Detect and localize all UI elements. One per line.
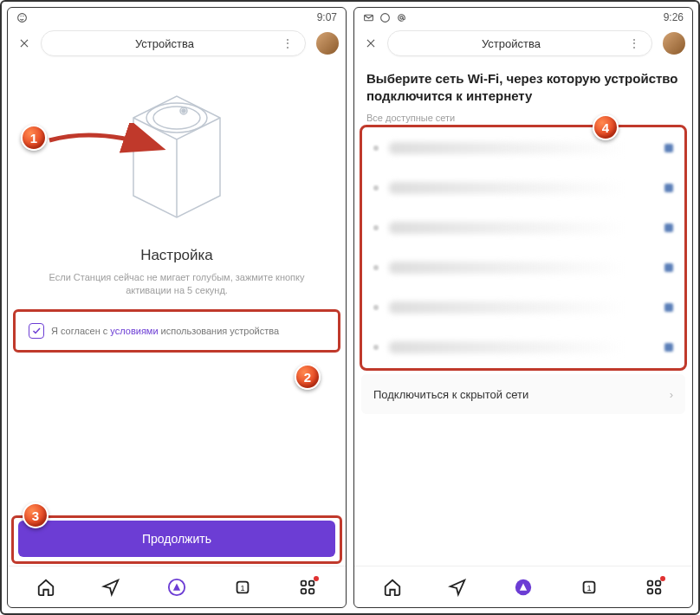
- wifi-network-item[interactable]: [361, 128, 685, 168]
- step-marker-4: 4: [593, 114, 619, 140]
- header-title-bar: Устройства ⋮: [41, 30, 306, 56]
- chevron-right-icon: ›: [670, 388, 673, 401]
- wifi-select-heading: Выберите сеть Wi-Fi, через которую устро…: [354, 62, 692, 109]
- phone-right: 9:26 Устройства ⋮ Выберите сеть Wi-Fi, ч…: [353, 7, 693, 608]
- step-marker-3: 3: [23, 502, 49, 528]
- svg-text:1: 1: [587, 583, 591, 592]
- whatsapp-icon: [379, 12, 391, 23]
- notification-dot-icon: [314, 576, 319, 581]
- step-marker-2: 2: [295, 364, 321, 390]
- svg-rect-21: [656, 588, 661, 593]
- lock-icon: [664, 343, 673, 352]
- bottom-nav: 1: [8, 566, 346, 607]
- send-icon[interactable]: [100, 577, 121, 598]
- svg-point-4: [182, 109, 185, 113]
- page-title: Устройства: [397, 37, 625, 50]
- svg-rect-8: [301, 580, 307, 586]
- close-icon[interactable]: [15, 34, 34, 53]
- page-title: Устройства: [50, 37, 279, 50]
- wifi-network-item[interactable]: [361, 168, 685, 208]
- svg-rect-19: [656, 580, 661, 586]
- svg-point-13: [381, 13, 390, 22]
- status-bar: 9:26: [354, 8, 692, 27]
- svg-rect-11: [309, 588, 314, 593]
- wifi-network-list: [361, 128, 685, 367]
- lock-icon: [664, 144, 673, 152]
- at-icon: [396, 12, 407, 23]
- svg-rect-9: [309, 580, 314, 586]
- home-icon[interactable]: [382, 577, 403, 598]
- setup-description: Если Станция сейчас не мигает голубым, з…: [8, 271, 346, 297]
- svg-rect-10: [301, 588, 307, 593]
- wifi-network-item[interactable]: [361, 248, 685, 288]
- mail-icon: [363, 12, 374, 23]
- close-icon[interactable]: [361, 34, 380, 53]
- alice-icon[interactable]: [513, 577, 534, 598]
- home-icon[interactable]: [36, 577, 56, 598]
- terms-agree-row[interactable]: Я согласен с условиями использования уст…: [15, 311, 339, 351]
- more-menu-icon[interactable]: ⋮: [279, 36, 296, 50]
- svg-rect-20: [648, 588, 653, 593]
- lock-icon: [664, 223, 673, 232]
- services-icon[interactable]: [644, 577, 664, 598]
- pointer-arrow-icon: [45, 123, 166, 166]
- alice-icon[interactable]: [166, 577, 187, 598]
- step-marker-1: 1: [21, 125, 47, 151]
- status-bar: 9:07: [8, 8, 346, 27]
- avatar[interactable]: [316, 32, 339, 55]
- wifi-network-item[interactable]: [361, 327, 685, 367]
- wifi-network-item[interactable]: [361, 208, 685, 248]
- header-title-bar: Устройства ⋮: [387, 30, 652, 56]
- svg-text:1: 1: [240, 583, 244, 592]
- connect-hidden-network[interactable]: Подключиться к скрытой сети ›: [361, 374, 685, 414]
- more-menu-icon[interactable]: ⋮: [625, 36, 643, 50]
- lock-icon: [664, 263, 673, 272]
- svg-point-0: [18, 13, 27, 22]
- wifi-network-item[interactable]: [361, 288, 685, 327]
- send-icon[interactable]: [447, 577, 468, 598]
- clock: 9:26: [664, 11, 684, 23]
- terms-link[interactable]: условиями: [110, 326, 158, 336]
- tabs-icon[interactable]: 1: [232, 577, 253, 598]
- setup-heading: Настройка: [8, 247, 346, 264]
- lock-icon: [664, 303, 673, 312]
- avatar[interactable]: [663, 32, 685, 55]
- app-header: Устройства ⋮: [354, 27, 692, 62]
- lock-icon: [664, 184, 673, 192]
- svg-rect-18: [648, 580, 653, 586]
- services-icon[interactable]: [297, 577, 318, 598]
- bottom-nav: 1: [354, 566, 692, 607]
- phone-left: 9:07 Устройства ⋮ Настройка: [7, 7, 347, 608]
- whatsapp-icon: [16, 12, 28, 23]
- app-header: Устройства ⋮: [8, 27, 346, 62]
- tutorial-canvas: 9:07 Устройства ⋮ Настройка: [0, 0, 700, 615]
- clock: 9:07: [317, 11, 337, 23]
- wifi-list-subtitle: Все доступные сети: [354, 109, 692, 128]
- notification-dot-icon: [660, 576, 665, 581]
- tabs-icon[interactable]: 1: [579, 577, 600, 598]
- terms-text: Я согласен с условиями использования уст…: [51, 326, 279, 336]
- terms-checkbox[interactable]: [29, 323, 44, 339]
- continue-button[interactable]: Продолжить: [18, 521, 335, 557]
